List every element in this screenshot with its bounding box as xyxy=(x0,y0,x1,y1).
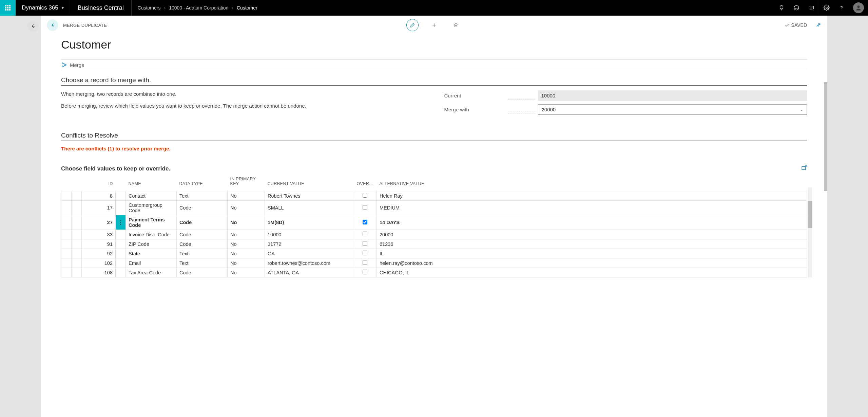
chevron-right-icon: › xyxy=(164,5,166,11)
panel-header: MERGE DUPLICATE SAVED xyxy=(41,16,827,35)
cell-current: 31772 xyxy=(265,239,353,249)
cell-current: SMALL xyxy=(265,201,353,215)
field-mergewith-label: Merge with xyxy=(444,107,505,112)
back-button[interactable] xyxy=(47,19,58,31)
row-menu-cell[interactable] xyxy=(116,249,126,258)
table-row[interactable]: 108Tax Area CodeCodeNoATLANTA, GACHICAGO… xyxy=(61,268,807,277)
svg-rect-4 xyxy=(7,7,8,8)
cell-override[interactable] xyxy=(353,191,377,201)
table-row[interactable]: 8ContactTextNoRobert TownesHelen Ray xyxy=(61,191,807,201)
row-menu-cell[interactable] xyxy=(116,201,126,215)
cell-override[interactable] xyxy=(353,268,377,277)
outer-back-button[interactable] xyxy=(27,20,39,32)
cell-override[interactable] xyxy=(353,258,377,268)
override-checkbox[interactable] xyxy=(363,205,367,210)
override-checkbox[interactable] xyxy=(363,232,367,236)
col-override[interactable]: OVER... xyxy=(353,174,377,191)
cell-name: Contact xyxy=(126,191,177,201)
cell-name: ZIP Code xyxy=(126,239,177,249)
messages-icon[interactable] xyxy=(804,0,819,16)
cell-id: 33 xyxy=(82,230,116,239)
page-panel: MERGE DUPLICATE SAVED Customer xyxy=(41,16,827,417)
product-name: Dynamics 365 xyxy=(22,4,58,11)
col-current[interactable]: CURRENT VALUE xyxy=(265,174,353,191)
cell-inpk: No xyxy=(228,215,265,230)
override-checkbox[interactable] xyxy=(363,270,367,274)
section-choose-title: Choose a record to merge with. xyxy=(61,76,807,86)
override-checkbox[interactable] xyxy=(363,220,367,224)
action-bar: Merge xyxy=(61,59,807,70)
cell-current: robert.townes@contoso.com xyxy=(265,258,353,268)
cell-current: 1M(8D) xyxy=(265,215,353,230)
new-button[interactable] xyxy=(428,19,440,31)
help-icon[interactable] xyxy=(834,0,849,16)
table-row[interactable]: 27⋮Payment Terms CodeCodeNo1M(8D)14 DAYS xyxy=(61,215,807,230)
table-row[interactable]: 33Invoice Disc. CodeCodeNo1000020000 xyxy=(61,230,807,239)
row-menu-cell[interactable] xyxy=(116,230,126,239)
override-checkbox[interactable] xyxy=(363,193,367,198)
gear-icon[interactable] xyxy=(819,0,834,16)
col-datatype[interactable]: DATA TYPE xyxy=(177,174,228,191)
tips-icon[interactable] xyxy=(774,0,789,16)
row-menu-cell[interactable] xyxy=(116,258,126,268)
breadcrumb-current: Customer xyxy=(237,5,257,11)
svg-rect-2 xyxy=(9,5,11,6)
app-name: Business Central xyxy=(70,0,132,16)
svg-rect-3 xyxy=(5,7,6,8)
section-fields-title: Choose field values to keep or override. xyxy=(61,165,170,172)
cell-inpk: No xyxy=(228,201,265,215)
chevron-right-icon: › xyxy=(232,5,233,11)
table-scrollbar[interactable] xyxy=(808,187,812,277)
cell-override[interactable] xyxy=(353,215,377,230)
cell-override[interactable] xyxy=(353,239,377,249)
cell-override[interactable] xyxy=(353,230,377,239)
svg-rect-6 xyxy=(5,9,6,11)
cell-name: Payment Terms Code xyxy=(126,215,177,230)
app-launcher-icon[interactable] xyxy=(0,0,16,16)
table-row[interactable]: 91ZIP CodeCodeNo3177261236 xyxy=(61,239,807,249)
svg-rect-5 xyxy=(9,7,11,8)
col-inpk[interactable]: IN PRIMARY KEY xyxy=(228,174,265,191)
cell-datatype: Code xyxy=(177,268,228,277)
merge-icon xyxy=(61,62,67,68)
cell-inpk: No xyxy=(228,258,265,268)
svg-rect-0 xyxy=(5,5,6,6)
merge-action[interactable]: Merge xyxy=(70,62,84,68)
saved-indicator: SAVED xyxy=(785,22,807,28)
product-switcher[interactable]: Dynamics 365 ▾ xyxy=(16,0,70,16)
override-checkbox[interactable] xyxy=(363,260,367,265)
cell-alt: 61236 xyxy=(377,239,807,249)
svg-rect-16 xyxy=(802,167,806,170)
cell-alt: helen.ray@contoso.com xyxy=(377,258,807,268)
delete-button[interactable] xyxy=(450,19,462,31)
cell-alt: 14 DAYS xyxy=(377,215,807,230)
table-row[interactable]: 102EmailTextNorobert.townes@contoso.comh… xyxy=(61,258,807,268)
row-menu-cell[interactable] xyxy=(116,239,126,249)
cell-current: 10000 xyxy=(265,230,353,239)
user-avatar[interactable] xyxy=(853,2,864,13)
edit-button[interactable] xyxy=(406,19,419,31)
popout-icon[interactable] xyxy=(801,165,807,173)
cell-datatype: Code xyxy=(177,201,228,215)
override-checkbox[interactable] xyxy=(363,241,367,246)
breadcrumb-item[interactable]: 10000 · Adatum Corporation xyxy=(169,5,228,11)
chevron-down-icon: ▾ xyxy=(62,5,64,10)
cell-id: 92 xyxy=(82,249,116,258)
cell-override[interactable] xyxy=(353,249,377,258)
table-row[interactable]: 92StateTextNoGAIL xyxy=(61,249,807,258)
cell-override[interactable] xyxy=(353,201,377,215)
col-name[interactable]: NAME xyxy=(126,174,177,191)
override-checkbox[interactable] xyxy=(363,251,367,255)
breadcrumb-item[interactable]: Customers xyxy=(138,5,161,11)
table-row[interactable]: 17Customergroup CodeCodeNoSMALLMEDIUM xyxy=(61,201,807,215)
collapse-icon[interactable] xyxy=(816,22,821,29)
merge-with-dropdown[interactable]: 20000 ⌄ xyxy=(538,104,807,115)
feedback-icon[interactable] xyxy=(789,0,804,16)
cell-id: 8 xyxy=(82,191,116,201)
row-menu-cell[interactable] xyxy=(116,268,126,277)
col-alt[interactable]: ALTERNATIVE VALUE xyxy=(377,174,807,191)
col-id[interactable]: ID xyxy=(82,174,116,191)
cell-datatype: Code xyxy=(177,230,228,239)
row-menu-cell[interactable] xyxy=(116,191,126,201)
row-menu-icon[interactable]: ⋮ xyxy=(116,215,126,230)
